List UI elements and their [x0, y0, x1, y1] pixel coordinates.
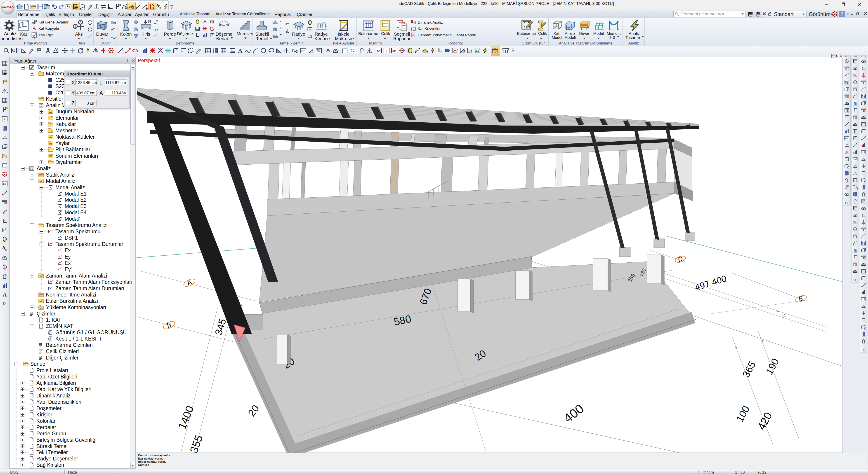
svg-text:365: 365 — [740, 360, 758, 379]
svg-text:190: 190 — [763, 357, 781, 376]
svg-text:400: 400 — [561, 401, 586, 426]
svg-text:1: 1 — [74, 24, 76, 29]
svg-text:Z: Z — [4, 117, 6, 121]
svg-text:1400: 1400 — [176, 404, 196, 431]
svg-text:?: ? — [471, 49, 472, 53]
svg-text:m²: m² — [845, 137, 848, 140]
svg-text:s: s — [5, 248, 7, 251]
svg-text:420: 420 — [755, 410, 774, 432]
svg-text:Z: Z — [385, 49, 388, 53]
svg-text:m²: m² — [862, 151, 865, 154]
svg-text:20: 20 — [246, 403, 261, 418]
svg-text:N: N — [148, 20, 151, 24]
svg-text:m²: m² — [301, 49, 305, 53]
svg-text:m²: m² — [854, 158, 857, 161]
svg-text:s: s — [159, 6, 161, 10]
svg-text:XY: XY — [3, 182, 6, 185]
svg-text:A: A — [238, 47, 243, 54]
svg-text:3P: 3P — [393, 49, 396, 53]
svg-text:P: P — [463, 50, 465, 53]
svg-text:A: A — [79, 20, 82, 24]
svg-text:m²: m² — [862, 298, 865, 301]
svg-text:A: A — [186, 279, 193, 287]
svg-text:mm²: mm² — [316, 48, 321, 51]
svg-text:A: A — [2, 245, 5, 249]
svg-text:355: 355 — [188, 434, 205, 452]
svg-text:100: 100 — [734, 404, 752, 424]
svg-text:B: B — [166, 321, 173, 329]
svg-text:+2: +2 — [294, 49, 298, 53]
svg-text:A: A — [156, 3, 159, 8]
svg-text:XY: XY — [377, 49, 381, 53]
svg-text:?: ? — [311, 50, 313, 53]
svg-text:A: A — [3, 292, 7, 298]
svg-text:497 400: 497 400 — [693, 273, 727, 292]
